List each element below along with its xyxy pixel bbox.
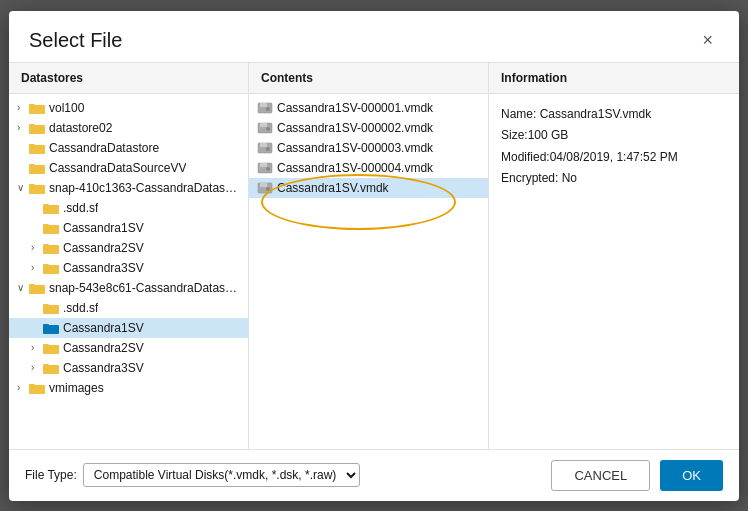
datastore-item-sdd-sf-1[interactable]: .sdd.sf [9,198,248,218]
datastore-item-snap410c1363[interactable]: ∨ snap-410c1363-CassandraDatastore [9,178,248,198]
info-line: Name: Cassandra1SV.vmdk [501,104,727,126]
content-item-vmdk4[interactable]: Cassandra1SV-000004.vmdk [249,158,488,178]
datastores-panel-header: Datastores [9,63,248,94]
chevron-icon: ∨ [17,282,29,293]
svg-rect-58 [260,183,267,187]
svg-rect-32 [43,304,49,307]
dialog-header: Select File × [9,11,739,63]
datastore-item-cassandradatasourcevv[interactable]: CassandraDataSourceVV [9,158,248,178]
datastore-item-cassandradatastore[interactable]: CassandraDatastore [9,138,248,158]
close-button[interactable]: × [696,29,719,51]
datastore-item-cassandra2sv-2[interactable]: › Cassandra2SV [9,338,248,358]
chevron-icon: ∨ [17,182,29,193]
svg-point-56 [266,167,270,171]
datastores-panel: Datastores › vol100› datastore02 Cassand… [9,63,249,449]
item-label: CassandraDatastore [49,141,159,155]
item-label: snap-543e8c61-CassandraDatastore [49,281,240,295]
svg-rect-55 [260,163,267,167]
content-item-vmdk3[interactable]: Cassandra1SV-000003.vmdk [249,138,488,158]
folder-icon [29,142,45,154]
svg-rect-46 [260,103,267,107]
content-item-vmdk1[interactable]: Cassandra1SV-000001.vmdk [249,98,488,118]
svg-rect-29 [29,284,35,287]
item-label: CassandraDataSourceVV [49,161,186,175]
folder-icon [29,102,45,114]
disk-icon [257,101,273,115]
datastore-item-datastore02[interactable]: › datastore02 [9,118,248,138]
datastore-item-cassandra1sv-2[interactable]: Cassandra1SV [9,318,248,338]
svg-rect-2 [29,104,35,107]
datastore-item-cassandra1sv-1[interactable]: Cassandra1SV [9,218,248,238]
content-item-label: Cassandra1SV-000004.vmdk [277,161,433,175]
disk-icon [257,121,273,135]
item-label: snap-410c1363-CassandraDatastore [49,181,240,195]
chevron-icon: › [31,262,43,273]
info-line: Modified:04/08/2019, 1:47:52 PM [501,147,727,169]
svg-point-53 [266,147,270,151]
chevron-icon: › [31,242,43,253]
folder-icon [29,282,45,294]
dialog-footer: File Type: Compatible Virtual Disks(*.vm… [9,450,739,501]
folder-icon [29,382,45,394]
datastore-item-sdd-sf-2[interactable]: .sdd.sf [9,298,248,318]
item-label: Cassandra2SV [63,341,144,355]
dialog-body: Datastores › vol100› datastore02 Cassand… [9,63,739,450]
svg-point-50 [266,127,270,131]
svg-rect-17 [43,204,49,207]
datastore-item-vol100[interactable]: › vol100 [9,98,248,118]
svg-rect-41 [43,364,49,367]
item-label: datastore02 [49,121,112,135]
svg-rect-23 [43,244,49,247]
datastore-item-vmimages[interactable]: › vmimages [9,378,248,398]
item-label: .sdd.sf [63,201,98,215]
datastore-item-cassandra3sv-2[interactable]: › Cassandra3SV [9,358,248,378]
disk-icon [257,141,273,155]
info-line: Size:100 GB [501,125,727,147]
folder-icon [43,322,59,334]
contents-panel-header: Contents [249,63,488,94]
item-label: Cassandra3SV [63,361,144,375]
svg-rect-49 [260,123,267,127]
datastore-item-cassandra2sv-1[interactable]: › Cassandra2SV [9,238,248,258]
folder-icon [43,222,59,234]
content-item-vmdk2[interactable]: Cassandra1SV-000002.vmdk [249,118,488,138]
datastore-item-snap543e8c61[interactable]: ∨ snap-543e8c61-CassandraDatastore [9,278,248,298]
file-type-select[interactable]: Compatible Virtual Disks(*.vmdk, *.dsk, … [83,463,360,487]
folder-icon [29,182,45,194]
folder-icon [29,122,45,134]
ok-button[interactable]: OK [660,460,723,491]
folder-icon [43,242,59,254]
svg-rect-5 [29,124,35,127]
contents-panel: Contents Cassandra1SV-000001.vmdk Cassan… [249,63,489,449]
disk-icon [257,161,273,175]
item-label: .sdd.sf [63,301,98,315]
chevron-icon: › [31,362,43,373]
information-panel-header: Information [489,63,739,94]
svg-rect-11 [29,164,35,167]
folder-icon [43,302,59,314]
content-item-label: Cassandra1SV-000002.vmdk [277,121,433,135]
datastores-panel-content: › vol100› datastore02 CassandraDatastore… [9,94,248,449]
chevron-icon: › [17,382,29,393]
svg-rect-52 [260,143,267,147]
contents-panel-content: Cassandra1SV-000001.vmdk Cassandra1SV-00… [249,94,488,449]
folder-icon [43,262,59,274]
file-type-row: File Type: Compatible Virtual Disks(*.vm… [25,463,360,487]
item-label: vol100 [49,101,84,115]
select-file-dialog: Select File × Datastores › vol100› datas… [9,11,739,501]
svg-rect-38 [43,344,49,347]
information-panel-content: Name: Cassandra1SV.vmdkSize:100 GBModifi… [489,94,739,200]
button-row: CANCEL OK [551,460,723,491]
datastore-item-cassandra3sv-1[interactable]: › Cassandra3SV [9,258,248,278]
information-panel: Information Name: Cassandra1SV.vmdkSize:… [489,63,739,449]
info-line: Encrypted: No [501,168,727,190]
svg-rect-44 [29,384,35,387]
svg-point-59 [266,187,270,191]
disk-icon [257,181,273,195]
content-item-vmdk5[interactable]: Cassandra1SV.vmdk [249,178,488,198]
cancel-button[interactable]: CANCEL [551,460,650,491]
svg-point-47 [266,107,270,111]
chevron-icon: › [31,342,43,353]
svg-rect-20 [43,224,49,227]
svg-rect-35 [43,324,49,327]
